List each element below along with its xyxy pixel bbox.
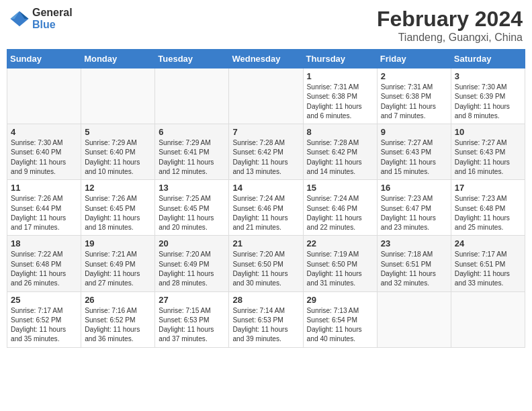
calendar-cell: 7Sunrise: 7:28 AMSunset: 6:42 PMDaylight… xyxy=(229,124,303,180)
day-info: Sunrise: 7:23 AMSunset: 6:47 PMDaylight:… xyxy=(381,194,447,232)
day-number: 27 xyxy=(159,295,225,305)
day-info: Sunrise: 7:28 AMSunset: 6:42 PMDaylight:… xyxy=(307,138,373,177)
day-number: 28 xyxy=(232,295,299,305)
logo: General Blue xyxy=(9,7,73,30)
day-info: Sunrise: 7:22 AMSunset: 6:48 PMDaylight:… xyxy=(11,250,77,288)
day-number: 4 xyxy=(11,127,77,137)
logo-text: General Blue xyxy=(32,7,73,30)
calendar-cell: 1Sunrise: 7:31 AMSunset: 6:38 PMDaylight… xyxy=(303,68,377,124)
day-number: 20 xyxy=(159,238,225,248)
title-area: February 2024 Tiandeng, Guangxi, China xyxy=(377,7,523,44)
day-info: Sunrise: 7:29 AMSunset: 6:40 PMDaylight:… xyxy=(85,138,151,177)
calendar-cell: 9Sunrise: 7:27 AMSunset: 6:43 PMDaylight… xyxy=(377,124,451,180)
day-number: 16 xyxy=(381,183,447,193)
day-number: 12 xyxy=(85,183,151,193)
day-info: Sunrise: 7:15 AMSunset: 6:53 PMDaylight:… xyxy=(159,306,225,345)
header-saturday: Saturday xyxy=(451,50,525,68)
calendar-cell xyxy=(81,68,155,124)
day-number: 24 xyxy=(455,238,521,248)
day-info: Sunrise: 7:30 AMSunset: 6:40 PMDaylight:… xyxy=(11,138,77,177)
day-info: Sunrise: 7:24 AMSunset: 6:46 PMDaylight:… xyxy=(307,194,373,232)
calendar-cell: 25Sunrise: 7:17 AMSunset: 6:52 PMDayligh… xyxy=(7,291,81,347)
day-number: 22 xyxy=(307,238,373,248)
header-monday: Monday xyxy=(81,50,155,68)
header-thursday: Thursday xyxy=(303,50,377,68)
calendar-cell: 11Sunrise: 7:26 AMSunset: 6:44 PMDayligh… xyxy=(7,180,81,236)
day-number: 26 xyxy=(85,295,151,305)
day-info: Sunrise: 7:31 AMSunset: 6:38 PMDaylight:… xyxy=(381,83,447,121)
page-header: General Blue February 2024 Tiandeng, Gua… xyxy=(7,7,525,44)
calendar-cell: 8Sunrise: 7:28 AMSunset: 6:42 PMDaylight… xyxy=(303,124,377,180)
day-info: Sunrise: 7:31 AMSunset: 6:38 PMDaylight:… xyxy=(307,83,373,121)
day-number: 7 xyxy=(232,127,299,137)
week-row-4: 18Sunrise: 7:22 AMSunset: 6:48 PMDayligh… xyxy=(7,236,525,291)
logo-blue: Blue xyxy=(32,19,73,31)
day-info: Sunrise: 7:20 AMSunset: 6:49 PMDaylight:… xyxy=(159,250,225,288)
day-info: Sunrise: 7:26 AMSunset: 6:44 PMDaylight:… xyxy=(11,194,77,232)
calendar-cell: 4Sunrise: 7:30 AMSunset: 6:40 PMDaylight… xyxy=(7,124,81,180)
day-info: Sunrise: 7:19 AMSunset: 6:50 PMDaylight:… xyxy=(307,250,373,288)
main-title: February 2024 xyxy=(377,7,523,32)
day-info: Sunrise: 7:27 AMSunset: 6:43 PMDaylight:… xyxy=(455,138,521,177)
calendar-cell: 20Sunrise: 7:20 AMSunset: 6:49 PMDayligh… xyxy=(155,236,229,291)
calendar-cell: 19Sunrise: 7:21 AMSunset: 6:49 PMDayligh… xyxy=(81,236,155,291)
calendar-cell: 6Sunrise: 7:29 AMSunset: 6:41 PMDaylight… xyxy=(155,124,229,180)
day-info: Sunrise: 7:18 AMSunset: 6:51 PMDaylight:… xyxy=(381,250,447,288)
day-info: Sunrise: 7:20 AMSunset: 6:50 PMDaylight:… xyxy=(232,250,299,288)
day-number: 29 xyxy=(307,295,373,305)
day-info: Sunrise: 7:27 AMSunset: 6:43 PMDaylight:… xyxy=(381,138,447,177)
week-row-2: 4Sunrise: 7:30 AMSunset: 6:40 PMDaylight… xyxy=(7,124,525,180)
calendar-cell xyxy=(7,68,81,124)
day-info: Sunrise: 7:23 AMSunset: 6:48 PMDaylight:… xyxy=(455,194,521,232)
calendar-cell: 22Sunrise: 7:19 AMSunset: 6:50 PMDayligh… xyxy=(303,236,377,291)
day-info: Sunrise: 7:26 AMSunset: 6:45 PMDaylight:… xyxy=(85,194,151,232)
day-number: 8 xyxy=(307,127,373,137)
day-info: Sunrise: 7:17 AMSunset: 6:52 PMDaylight:… xyxy=(11,306,77,345)
calendar-cell xyxy=(155,68,229,124)
calendar-cell: 17Sunrise: 7:23 AMSunset: 6:48 PMDayligh… xyxy=(451,180,525,236)
header-friday: Friday xyxy=(377,50,451,68)
day-number: 5 xyxy=(85,127,151,137)
day-number: 10 xyxy=(455,127,521,137)
calendar-cell: 28Sunrise: 7:14 AMSunset: 6:53 PMDayligh… xyxy=(229,291,303,347)
header-tuesday: Tuesday xyxy=(155,50,229,68)
day-info: Sunrise: 7:30 AMSunset: 6:39 PMDaylight:… xyxy=(455,83,521,121)
day-number: 1 xyxy=(307,71,373,81)
day-number: 17 xyxy=(455,183,521,193)
calendar-cell xyxy=(451,291,525,347)
day-info: Sunrise: 7:29 AMSunset: 6:41 PMDaylight:… xyxy=(159,138,225,177)
day-number: 23 xyxy=(381,238,447,248)
day-info: Sunrise: 7:25 AMSunset: 6:45 PMDaylight:… xyxy=(159,194,225,232)
day-number: 18 xyxy=(11,238,77,248)
day-info: Sunrise: 7:28 AMSunset: 6:42 PMDaylight:… xyxy=(232,138,299,177)
day-number: 13 xyxy=(159,183,225,193)
calendar-cell xyxy=(229,68,303,124)
calendar-cell: 12Sunrise: 7:26 AMSunset: 6:45 PMDayligh… xyxy=(81,180,155,236)
header-sunday: Sunday xyxy=(7,50,81,68)
calendar-cell xyxy=(377,291,451,347)
day-number: 2 xyxy=(381,71,447,81)
day-info: Sunrise: 7:17 AMSunset: 6:51 PMDaylight:… xyxy=(455,250,521,288)
weekday-header-row: Sunday Monday Tuesday Wednesday Thursday… xyxy=(7,50,525,68)
calendar-cell: 27Sunrise: 7:15 AMSunset: 6:53 PMDayligh… xyxy=(155,291,229,347)
calendar-cell: 21Sunrise: 7:20 AMSunset: 6:50 PMDayligh… xyxy=(229,236,303,291)
day-number: 9 xyxy=(381,127,447,137)
calendar-cell: 5Sunrise: 7:29 AMSunset: 6:40 PMDaylight… xyxy=(81,124,155,180)
calendar-cell: 15Sunrise: 7:24 AMSunset: 6:46 PMDayligh… xyxy=(303,180,377,236)
week-row-1: 1Sunrise: 7:31 AMSunset: 6:38 PMDaylight… xyxy=(7,68,525,124)
day-info: Sunrise: 7:16 AMSunset: 6:52 PMDaylight:… xyxy=(85,306,151,345)
calendar-cell: 13Sunrise: 7:25 AMSunset: 6:45 PMDayligh… xyxy=(155,180,229,236)
calendar-cell: 16Sunrise: 7:23 AMSunset: 6:47 PMDayligh… xyxy=(377,180,451,236)
logo-general: General xyxy=(32,7,73,19)
day-info: Sunrise: 7:24 AMSunset: 6:46 PMDaylight:… xyxy=(232,194,299,232)
calendar-cell: 14Sunrise: 7:24 AMSunset: 6:46 PMDayligh… xyxy=(229,180,303,236)
calendar-cell: 29Sunrise: 7:13 AMSunset: 6:54 PMDayligh… xyxy=(303,291,377,347)
calendar-cell: 18Sunrise: 7:22 AMSunset: 6:48 PMDayligh… xyxy=(7,236,81,291)
calendar-cell: 24Sunrise: 7:17 AMSunset: 6:51 PMDayligh… xyxy=(451,236,525,291)
day-number: 3 xyxy=(455,71,521,81)
week-row-5: 25Sunrise: 7:17 AMSunset: 6:52 PMDayligh… xyxy=(7,291,525,347)
day-number: 19 xyxy=(85,238,151,248)
header-wednesday: Wednesday xyxy=(229,50,303,68)
calendar-cell: 3Sunrise: 7:30 AMSunset: 6:39 PMDaylight… xyxy=(451,68,525,124)
calendar-cell: 2Sunrise: 7:31 AMSunset: 6:38 PMDaylight… xyxy=(377,68,451,124)
